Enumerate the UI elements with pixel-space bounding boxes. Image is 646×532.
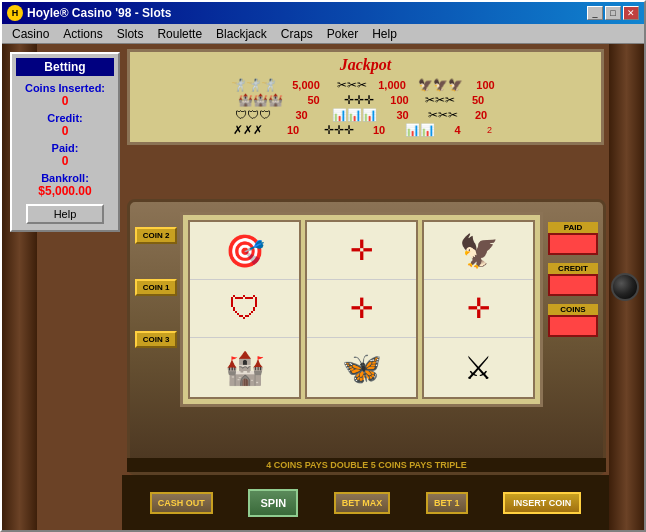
paid-display-label: PAID <box>548 222 598 233</box>
coins-inserted-row: Coins Inserted: 0 <box>16 82 114 108</box>
jackpot-title: Jackpot <box>134 56 597 74</box>
close-button[interactable]: ✕ <box>623 6 639 20</box>
jp-val-2c: 50 <box>463 94 493 106</box>
reel-3-symbol-3: ⚔ <box>424 339 533 397</box>
coins-display-label: COINS <box>548 304 598 315</box>
reel-3-symbol-1: 🦅 <box>424 222 533 280</box>
paid-display <box>548 233 598 255</box>
window-title: Hoyle® Casino '98 - Slots <box>27 6 171 20</box>
jp-val-4b: 10 <box>362 124 397 136</box>
jp-val-3c: 20 <box>466 109 496 121</box>
jp-val-3b: 30 <box>385 109 420 121</box>
credit-row: Credit: 0 <box>16 112 114 138</box>
slot-knob[interactable] <box>611 273 639 301</box>
jp-sym-4a: ✗✗✗ <box>233 123 263 137</box>
side-decoration-right <box>606 44 644 530</box>
jackpot-row-4: ✗✗✗ 10 ✛✛✛ 10 📊📊 4 2 <box>134 123 597 137</box>
reel-3-symbol-2: ✛ <box>424 280 533 338</box>
jackpot-row-3: 🛡🛡🛡 30 📊📊📊 30 ✂✂✂ 20 <box>134 108 597 122</box>
jp-sym-3a: 🛡🛡🛡 <box>235 108 271 122</box>
pays-text: 4 COINS PAYS DOUBLE 5 COINS PAYS TRIPLE <box>127 458 606 472</box>
menu-casino[interactable]: Casino <box>6 26 55 42</box>
betting-title: Betting <box>16 58 114 76</box>
right-displays: PAID CREDIT COINS <box>548 222 598 337</box>
jp-sym-4b: ✛✛✛ <box>324 123 354 137</box>
maximize-button[interactable]: □ <box>605 6 621 20</box>
credit-display-label: CREDIT <box>548 263 598 274</box>
jp-val-1a: 5,000 <box>284 79 329 91</box>
insert-coin-button[interactable]: INSERT COIN <box>503 492 581 514</box>
app-icon: H <box>7 5 23 21</box>
coin-3-button[interactable]: COIN 3 <box>135 331 177 348</box>
reel-2: ✛ ✛ 🦋 <box>305 220 418 399</box>
jp-val-4a: 10 <box>271 124 316 136</box>
coin-1-button[interactable]: COIN 1 <box>135 279 177 296</box>
bankroll-row: Bankroll: $5,000.00 <box>16 172 114 198</box>
jackpot-display: Jackpot 🤺🤺🤺 5,000 ✂✂✂ 1,000 🦅🦅🦅 100 🏰🏰🏰 … <box>127 49 604 145</box>
menu-craps[interactable]: Craps <box>275 26 319 42</box>
coins-inserted-value: 0 <box>16 94 114 108</box>
coins-display <box>548 315 598 337</box>
jp-sym-2b: ✛✛✛ <box>344 93 374 107</box>
coin-slots: COIN 2 COIN 1 COIN 3 <box>135 227 177 348</box>
jp-sym-2c: ✂✂✂ <box>425 93 455 107</box>
credit-value: 0 <box>16 124 114 138</box>
jackpot-row-2: 🏰🏰🏰 50 ✛✛✛ 100 ✂✂✂ 50 <box>134 93 597 107</box>
spin-button[interactable]: SPIN <box>248 489 298 517</box>
reels-section: 🎯 🛡 🏰 ✛ ✛ 🦋 🦅 ✛ ⚔ <box>180 212 543 407</box>
minimize-button[interactable]: _ <box>587 6 603 20</box>
menu-poker[interactable]: Poker <box>321 26 364 42</box>
jp-sym-1a: 🤺🤺🤺 <box>231 78 276 92</box>
jp-sym-2a: 🏰🏰🏰 <box>238 93 283 107</box>
title-buttons: _ □ ✕ <box>587 6 639 20</box>
jp-sym-1b: ✂✂✂ <box>337 78 367 92</box>
jp-val-1c: 100 <box>471 79 501 91</box>
bet-max-button[interactable]: BET MAX <box>334 492 391 514</box>
reel-3: 🦅 ✛ ⚔ <box>422 220 535 399</box>
credit-display <box>548 274 598 296</box>
jp-val-1b: 1,000 <box>375 79 410 91</box>
menu-actions[interactable]: Actions <box>57 26 108 42</box>
menu-help[interactable]: Help <box>366 26 403 42</box>
menu-bar: Casino Actions Slots Roulette Blackjack … <box>2 24 644 44</box>
bottom-buttons: CASH OUT SPIN BET MAX BET 1 INSERT COIN <box>122 475 609 530</box>
paid-value: 0 <box>16 154 114 168</box>
bankroll-label: Bankroll: <box>16 172 114 184</box>
paid-display-group: PAID <box>548 222 598 255</box>
betting-panel: Betting Coins Inserted: 0 Credit: 0 Paid… <box>10 52 120 232</box>
bankroll-value: $5,000.00 <box>16 184 114 198</box>
jp-sym-1c: 🦅🦅🦅 <box>418 78 463 92</box>
jp-val-4c: 4 <box>443 124 473 136</box>
title-bar: H Hoyle® Casino '98 - Slots _ □ ✕ <box>2 2 644 24</box>
jp-val-2a: 50 <box>291 94 336 106</box>
reel-2-symbol-1: ✛ <box>307 222 416 280</box>
cash-out-button[interactable]: CASH OUT <box>150 492 213 514</box>
coins-display-group: COINS <box>548 304 598 337</box>
credit-label: Credit: <box>16 112 114 124</box>
paid-label: Paid: <box>16 142 114 154</box>
help-button[interactable]: Help <box>26 204 104 224</box>
menu-blackjack[interactable]: Blackjack <box>210 26 273 42</box>
slot-machine: COIN 2 COIN 1 COIN 3 🎯 🛡 🏰 ✛ ✛ 🦋 <box>127 199 606 475</box>
title-bar-left: H Hoyle® Casino '98 - Slots <box>7 5 171 21</box>
jp-sym-3c: ✂✂✂ <box>428 108 458 122</box>
reel-1-symbol-2: 🛡 <box>190 280 299 338</box>
main-content: Betting Coins Inserted: 0 Credit: 0 Paid… <box>2 44 644 530</box>
paid-row: Paid: 0 <box>16 142 114 168</box>
jp-sym-3b: 📊📊📊 <box>332 108 377 122</box>
main-window: H Hoyle® Casino '98 - Slots _ □ ✕ Casino… <box>0 0 646 532</box>
jp-val-2b: 100 <box>382 94 417 106</box>
menu-slots[interactable]: Slots <box>111 26 150 42</box>
jp-sym-4d: 2 <box>481 125 499 135</box>
reel-2-symbol-3: 🦋 <box>307 339 416 397</box>
coin-2-button[interactable]: COIN 2 <box>135 227 177 244</box>
credit-display-group: CREDIT <box>548 263 598 296</box>
jp-val-3a: 30 <box>279 109 324 121</box>
reel-2-symbol-2: ✛ <box>307 280 416 338</box>
jp-sym-4c: 📊📊 <box>405 123 435 137</box>
reel-1-symbol-3: 🏰 <box>190 339 299 397</box>
menu-roulette[interactable]: Roulette <box>151 26 208 42</box>
reel-1: 🎯 🛡 🏰 <box>188 220 301 399</box>
jackpot-row-1: 🤺🤺🤺 5,000 ✂✂✂ 1,000 🦅🦅🦅 100 <box>134 78 597 92</box>
bet-1-button[interactable]: BET 1 <box>426 492 468 514</box>
